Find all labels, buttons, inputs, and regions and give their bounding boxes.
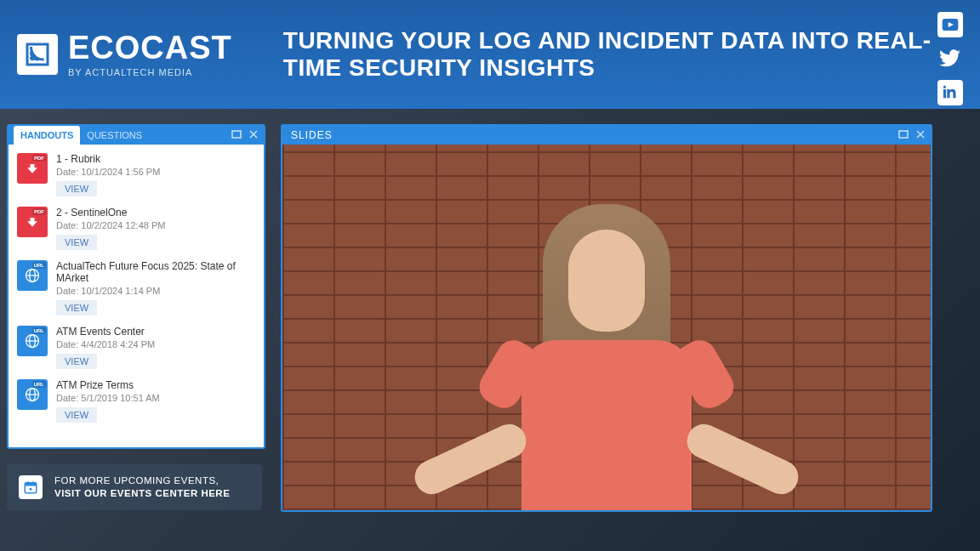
tab-handouts[interactable]: HANDOUTS [14, 126, 80, 145]
handout-item: URL ATM Events Center Date: 4/4/2018 4:2… [9, 321, 264, 374]
handout-title: 2 - SentinelOne [56, 207, 255, 219]
url-icon: URL [17, 379, 48, 410]
logo-title: ECOCAST [68, 31, 232, 64]
view-button[interactable]: VIEW [56, 407, 97, 423]
view-button[interactable]: VIEW [56, 181, 97, 196]
maximize-icon[interactable] [897, 128, 910, 141]
handout-date: Date: 10/2/2024 12:48 PM [56, 220, 255, 230]
twitter-icon[interactable] [937, 46, 963, 71]
handout-title: ATM Events Center [56, 326, 255, 338]
handout-date: Date: 4/4/2018 4:24 PM [56, 339, 255, 349]
events-line2: VISIT OUR EVENTS CENTER HERE [54, 487, 230, 500]
slides-panel: SLIDES [281, 124, 932, 512]
logo-subtitle: BY ACTUALTECH MEDIA [68, 67, 232, 77]
maximize-icon[interactable] [230, 128, 243, 141]
handout-title: 1 - Rubrik [56, 153, 255, 165]
presenter-figure [428, 187, 785, 510]
handouts-panel: HANDOUTS QUESTIONS PDF 1 - Rubrik Da [7, 124, 265, 449]
handouts-titlebar: HANDOUTS QUESTIONS [9, 126, 264, 145]
handout-title: ATM Prize Terms [56, 379, 255, 391]
handout-item: URL ActualTech Future Focus 2025: State … [9, 255, 264, 321]
calendar-icon [19, 475, 43, 499]
url-icon: URL [17, 326, 48, 356]
close-icon[interactable] [247, 128, 260, 141]
header: ECOCAST BY ACTUALTECH MEDIA TURNING YOUR… [0, 0, 980, 109]
events-line1: FOR MORE UPCOMING EVENTS, [54, 474, 230, 487]
linkedin-icon[interactable] [937, 80, 963, 105]
handout-date: Date: 5/1/2019 10:51 AM [56, 393, 255, 403]
youtube-icon[interactable] [937, 12, 963, 37]
logo-section: ECOCAST BY ACTUALTECH MEDIA [17, 31, 232, 77]
events-banner[interactable]: FOR MORE UPCOMING EVENTS, VISIT OUR EVEN… [7, 464, 262, 510]
handout-date: Date: 10/1/2024 1:56 PM [56, 167, 255, 177]
tab-questions[interactable]: QUESTIONS [80, 126, 149, 145]
social-icons [937, 12, 963, 105]
svg-point-17 [30, 488, 32, 491]
handout-date: Date: 10/1/2024 1:14 PM [56, 286, 255, 296]
close-icon[interactable] [914, 128, 927, 141]
handout-list: PDF 1 - Rubrik Date: 10/1/2024 1:56 PM V… [9, 145, 264, 447]
view-button[interactable]: VIEW [56, 300, 97, 315]
page-title: TURNING YOUR LOG AND INCIDENT DATA INTO … [283, 27, 963, 82]
slides-titlebar: SLIDES [282, 126, 931, 145]
handout-item: PDF 1 - Rubrik Date: 10/1/2024 1:56 PM V… [9, 148, 264, 202]
video-area[interactable] [282, 145, 931, 510]
pdf-icon: PDF [17, 207, 48, 237]
handout-item: URL ATM Prize Terms Date: 5/1/2019 10:51… [9, 374, 264, 428]
svg-rect-1 [232, 131, 241, 138]
events-banner-text: FOR MORE UPCOMING EVENTS, VISIT OUR EVEN… [54, 474, 230, 500]
svg-rect-18 [899, 131, 908, 138]
pdf-icon: PDF [17, 153, 48, 184]
slides-title: SLIDES [288, 129, 333, 141]
handout-title: ActualTech Future Focus 2025: State of M… [56, 260, 255, 284]
view-button[interactable]: VIEW [56, 354, 97, 369]
url-icon: URL [17, 260, 48, 291]
handout-item: PDF 2 - SentinelOne Date: 10/2/2024 12:4… [9, 202, 264, 255]
svg-rect-14 [25, 483, 37, 486]
ecocast-logo-icon [17, 34, 58, 75]
view-button[interactable]: VIEW [56, 235, 97, 250]
